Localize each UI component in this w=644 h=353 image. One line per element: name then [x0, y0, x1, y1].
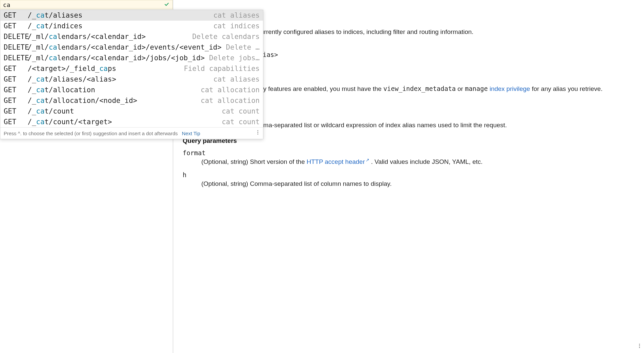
autocomplete-item-left: DELETE/_ml/calendars/<calendar_id>	[4, 32, 146, 41]
autocomplete-list: GET/_cat/aliasescat aliasesGET/_cat/indi…	[0, 10, 263, 127]
autocomplete-item-left: DELETE/_ml/calendars/<calendar_id>/jobs/…	[4, 53, 205, 63]
autocomplete-item-method: GET	[4, 64, 28, 73]
autocomplete-item-desc: Delete calendars	[192, 32, 260, 41]
autocomplete-item-method: DELETE	[4, 53, 28, 63]
autocomplete-item-path: /_cat/indices	[28, 21, 82, 31]
index-privilege-link[interactable]: index privilege	[490, 85, 530, 92]
autocomplete-item-method: GET	[4, 11, 28, 20]
autocomplete-item[interactable]: DELETE/_ml/calendars/<calendar_id>/jobs/…	[0, 53, 263, 63]
autocomplete-item[interactable]: GET/_cat/indicescat indices	[0, 21, 263, 31]
external-link-icon: ↗	[366, 158, 369, 163]
autocomplete-item-path: /_ml/calendars/<calendar_id>/jobs/<job_i…	[28, 53, 205, 63]
autocomplete-item[interactable]: DELETE/_ml/calendars/<calendar_id>Delete…	[0, 31, 263, 42]
autocomplete-item-path: /<target>/_field_caps	[28, 64, 116, 73]
autocomplete-item-desc: cat aliases	[213, 11, 260, 20]
autocomplete-item-path: /_cat/aliases/<alias>	[28, 75, 116, 84]
query-input-value: ca	[3, 1, 10, 8]
autocomplete-item[interactable]: GET/_cat/aliasescat aliases	[0, 10, 263, 21]
autocomplete-item[interactable]: GET/_cat/allocationcat allocation	[0, 85, 263, 95]
format-desc-pre: (Optional, string) Short version of the	[201, 158, 307, 165]
http-accept-header-link-text: HTTP accept header	[307, 158, 365, 165]
query-input[interactable]: ca	[0, 0, 173, 9]
autocomplete-item-path: /_cat/count/<target>	[28, 117, 112, 127]
autocomplete-item-path: /_cat/count	[28, 107, 74, 116]
http-accept-header-link[interactable]: HTTP accept header↗	[307, 158, 369, 165]
autocomplete-item-desc: Field capabilities	[184, 64, 260, 73]
format-param-label: format	[183, 149, 629, 157]
autocomplete-item-desc: Delete jobs…	[209, 53, 260, 63]
autocomplete-item-left: DELETE/_ml/calendars/<calendar_id>/event…	[4, 43, 222, 52]
autocomplete-item-left: GET/_cat/aliases	[4, 11, 82, 20]
autocomplete-item-method: GET	[4, 21, 28, 31]
check-icon	[164, 2, 169, 8]
autocomplete-footer: Press ^. to choose the selected (or firs…	[0, 127, 263, 139]
autocomplete-item-method: GET	[4, 107, 28, 116]
autocomplete-item-left: GET/_cat/count/<target>	[4, 117, 112, 127]
prereq-code-1: view_index_metadata	[383, 85, 456, 92]
autocomplete-item[interactable]: GET/_cat/aliases/<alias>cat aliases	[0, 74, 263, 85]
autocomplete-item-left: GET/_cat/allocation	[4, 85, 95, 95]
autocomplete-more-button[interactable]	[256, 130, 260, 137]
autocomplete-item-left: GET/_cat/count	[4, 107, 74, 116]
autocomplete-item-desc: cat allocation	[201, 85, 260, 95]
autocomplete-item-path: /_ml/calendars/<calendar_id>/events/<eve…	[28, 43, 222, 52]
autocomplete-popup: GET/_cat/aliasescat aliasesGET/_cat/indi…	[0, 10, 263, 139]
prereq-text-post: for any alias you retrieve.	[532, 85, 602, 92]
autocomplete-item-path: /_ml/calendars/<calendar_id>	[28, 32, 146, 41]
format-desc-post: . Valid values include JSON, YAML, etc.	[371, 158, 483, 165]
autocomplete-item-path: /_cat/allocation/<node_id>	[28, 96, 137, 105]
doc-more-button[interactable]	[639, 343, 640, 350]
autocomplete-item-method: DELETE	[4, 32, 28, 41]
autocomplete-item-left: GET/<target>/_field_caps	[4, 64, 116, 73]
autocomplete-item-method: GET	[4, 75, 28, 84]
autocomplete-item[interactable]: GET/_cat/count/<target>cat count	[0, 117, 263, 127]
autocomplete-item-method: GET	[4, 96, 28, 105]
autocomplete-hint: Press ^. to choose the selected (or firs…	[4, 131, 178, 136]
app-root: ca GET/_cat/aliasescat aliasesGET/_cat/i…	[0, 0, 644, 353]
h-param-desc: (Optional, string) Comma-separated list …	[201, 179, 629, 188]
autocomplete-item[interactable]: GET/<target>/_field_capsField capabiliti…	[0, 63, 263, 74]
autocomplete-item-method: GET	[4, 85, 28, 95]
autocomplete-item-left: GET/_cat/indices	[4, 21, 82, 31]
prereq-text-mid: or	[458, 85, 465, 92]
autocomplete-item-desc: cat count	[222, 107, 260, 116]
editor-pane: ca GET/_cat/aliasescat aliasesGET/_cat/i…	[0, 0, 173, 353]
autocomplete-item-desc: cat aliases	[213, 75, 260, 84]
format-param-desc: (Optional, string) Short version of the …	[201, 157, 629, 167]
autocomplete-item-desc: Delete …	[226, 43, 260, 52]
autocomplete-item-left: GET/_cat/aliases/<alias>	[4, 75, 116, 84]
autocomplete-item-desc: cat allocation	[201, 96, 260, 105]
autocomplete-item-path: /_cat/aliases	[28, 11, 82, 20]
autocomplete-item-desc: cat indices	[213, 21, 260, 31]
autocomplete-item[interactable]: DELETE/_ml/calendars/<calendar_id>/event…	[0, 42, 263, 53]
autocomplete-item-method: GET	[4, 117, 28, 127]
autocomplete-item-path: /_cat/allocation	[28, 85, 95, 95]
autocomplete-item-method: DELETE	[4, 43, 28, 52]
alias-param-desc: (Optional, string) Comma-separated list …	[201, 121, 629, 130]
prereq-code-2: manage	[465, 85, 488, 92]
autocomplete-item[interactable]: GET/_cat/allocation/<node_id>cat allocat…	[0, 95, 263, 106]
h-param-label: h	[183, 171, 629, 178]
autocomplete-item-desc: cat count	[222, 117, 260, 127]
next-tip-link[interactable]: Next Tip	[182, 131, 200, 136]
autocomplete-item-left: GET/_cat/allocation/<node_id>	[4, 96, 137, 105]
autocomplete-item[interactable]: GET/_cat/countcat count	[0, 106, 263, 117]
